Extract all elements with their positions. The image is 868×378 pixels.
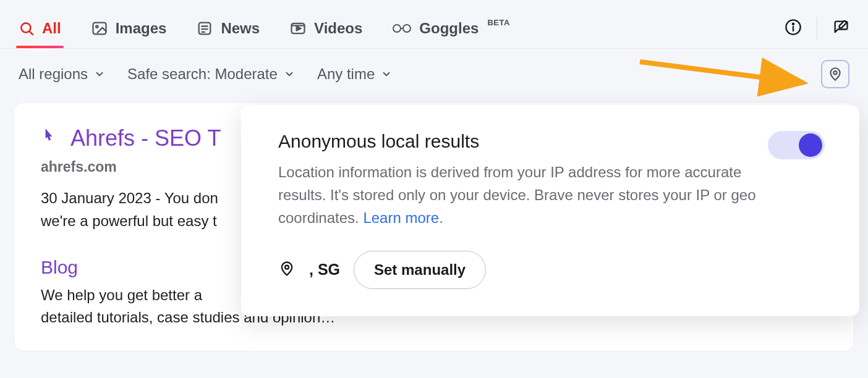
tab-label: All bbox=[42, 20, 61, 37]
result-title-link[interactable]: Ahrefs - SEO T bbox=[70, 125, 221, 151]
tab-goggles[interactable]: Goggles BETA bbox=[392, 20, 509, 37]
svg-point-20 bbox=[285, 265, 289, 269]
filter-bar: All regions Safe search: Moderate Any ti… bbox=[0, 49, 868, 99]
feedback-icon[interactable] bbox=[832, 19, 849, 38]
info-icon[interactable] bbox=[785, 19, 802, 38]
local-results-toggle[interactable] bbox=[768, 131, 825, 159]
tab-all[interactable]: All bbox=[19, 20, 61, 37]
svg-point-3 bbox=[96, 25, 98, 28]
svg-line-1 bbox=[30, 32, 33, 35]
location-pin-icon bbox=[278, 260, 296, 280]
chevron-down-icon bbox=[284, 66, 295, 83]
svg-point-17 bbox=[833, 71, 836, 74]
svg-point-12 bbox=[403, 25, 411, 32]
chevron-down-icon bbox=[94, 66, 105, 83]
learn-more-link[interactable]: Learn more bbox=[363, 209, 439, 226]
tab-label: Videos bbox=[314, 20, 362, 37]
filter-label: All regions bbox=[19, 65, 88, 83]
filter-label: Any time bbox=[317, 65, 375, 83]
tab-label: News bbox=[221, 20, 260, 37]
tab-label: Goggles bbox=[419, 20, 479, 37]
location-button[interactable] bbox=[821, 60, 849, 88]
news-icon bbox=[196, 20, 213, 37]
svg-marker-9 bbox=[297, 27, 301, 31]
tab-videos[interactable]: Videos bbox=[289, 20, 362, 37]
set-manually-button[interactable]: Set manually bbox=[354, 251, 486, 289]
pointer-icon bbox=[41, 127, 57, 150]
svg-point-11 bbox=[393, 25, 401, 32]
svg-point-16 bbox=[793, 23, 794, 25]
video-icon bbox=[289, 20, 307, 37]
chevron-down-icon bbox=[381, 66, 392, 83]
goggles-icon bbox=[392, 22, 412, 35]
beta-badge: BETA bbox=[487, 18, 509, 27]
sitelink-title[interactable]: Blog bbox=[41, 257, 78, 277]
location-pin-icon bbox=[827, 66, 843, 82]
search-tabs: All Images News Videos Goggles BETA bbox=[0, 0, 868, 49]
filter-label: Safe search: Moderate bbox=[127, 65, 278, 83]
tab-images[interactable]: Images bbox=[91, 20, 167, 37]
popup-description: Location information is derived from you… bbox=[278, 161, 768, 230]
result-snippet: 30 January 2023 - You don we're a powerf… bbox=[41, 187, 257, 232]
location-popup: Anonymous local results Location informa… bbox=[241, 105, 859, 316]
filter-time[interactable]: Any time bbox=[317, 65, 392, 83]
divider bbox=[817, 17, 817, 40]
filter-safesearch[interactable]: Safe search: Moderate bbox=[127, 65, 295, 83]
image-icon bbox=[91, 20, 108, 37]
tab-news[interactable]: News bbox=[196, 20, 260, 37]
search-icon bbox=[19, 20, 35, 36]
popup-title: Anonymous local results bbox=[278, 131, 768, 152]
current-location: , SG bbox=[309, 261, 340, 279]
filter-region[interactable]: All regions bbox=[19, 65, 105, 83]
tab-label: Images bbox=[116, 20, 167, 37]
